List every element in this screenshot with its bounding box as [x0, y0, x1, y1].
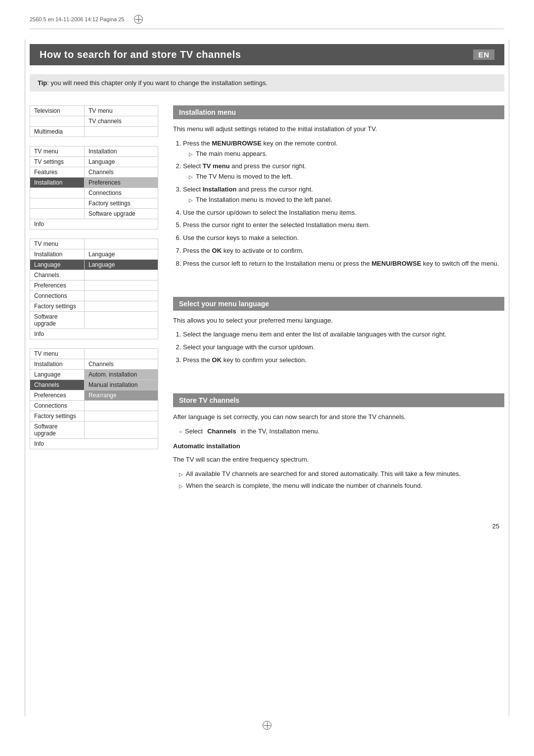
panel-row-tvchannels: TV channels — [30, 116, 158, 127]
menu4-lc-2: Preferences — [30, 390, 85, 400]
menu3-row-1: Channels — [30, 270, 158, 280]
menu3-lc-2: Preferences — [30, 281, 85, 290]
step-2: Select TV menu and press the cursor righ… — [183, 161, 504, 182]
menu4-row-5: Software upgrade — [30, 421, 158, 438]
auto-install-text: The TV will scan the entire frequency sp… — [173, 455, 504, 465]
step-1-sub: The main menu appears. — [183, 149, 504, 159]
step-5: Press the cursor right to enter the sele… — [183, 220, 504, 231]
menu3-sub-left: Installation — [30, 249, 85, 259]
right-column: Installation menu This menu will adjust … — [173, 105, 504, 503]
panel-cell-tvmenu: TV menu — [85, 106, 158, 116]
menu2-rc-2: Preferences — [85, 178, 158, 188]
step-3-sub: The Installation menu is moved to the le… — [183, 195, 504, 205]
menu2-rc-0: Language — [85, 157, 158, 167]
menu4-sub-right: Channels — [85, 359, 158, 369]
select-language-content: This allows you to select your preferred… — [173, 316, 504, 366]
menu3-header-right — [85, 239, 158, 249]
menu2-rc-3: Connections — [85, 188, 158, 198]
main-layout: Television TV menu TV channels Multimedi… — [30, 105, 504, 503]
menu3-lc-3: Connections — [30, 291, 85, 301]
page-number: 25 — [30, 522, 504, 530]
header-meta: 2560.5 en 14-11-2006 14:12 Pagina 25 — [30, 15, 504, 24]
menu3-lc-5: Software upgrade — [30, 312, 85, 329]
lang-step-2: Select your language with the cursor up/… — [183, 342, 504, 353]
panel-cell-television: Television — [30, 106, 85, 116]
step-6: Use the cursor keys to make a selection. — [183, 233, 504, 243]
left-margin-rule — [25, 40, 25, 716]
menu4-row-3: Connections — [30, 400, 158, 411]
menu4-rc-0: Autom. installation — [85, 370, 158, 379]
menu2-row-1: Features Channels — [30, 167, 158, 177]
step-2-sub: The TV Menu is moved to the left. — [183, 172, 504, 182]
menu3-footer: Info — [30, 329, 158, 339]
menu3-row-2: Preferences — [30, 280, 158, 290]
crosshair-bottom-circle — [263, 721, 271, 730]
menu2-rc-4: Factory settings — [85, 198, 158, 208]
step-4: Use the cursor up/down to select the Ins… — [183, 208, 504, 218]
menu3-sub-right: Language — [85, 249, 158, 259]
installation-menu-steps: Press the MENU/BROWSE key on the remote … — [173, 139, 504, 269]
installation-menu-content: This menu will adjust settings related t… — [173, 124, 504, 269]
menu3-rc-4 — [85, 301, 158, 311]
store-channels-header: Store TV channels — [173, 393, 504, 407]
menu2-rc-1: Channels — [85, 167, 158, 177]
store-channels-circle: Select Channels in the TV, Installation … — [173, 426, 504, 437]
menu2-row-0: TV settings Language — [30, 156, 158, 167]
menu4-lc-1: Channels — [30, 380, 85, 390]
step-8: Press the cursor left to return to the I… — [183, 259, 504, 269]
menu3-row-4: Factory settings — [30, 301, 158, 311]
menu4-row-4: Factory settings — [30, 411, 158, 421]
meta-text: 2560.5 en 14-11-2006 14:12 Pagina 25 — [30, 16, 124, 22]
menu2-row-5: Software upgrade — [30, 208, 158, 219]
left-column: Television TV menu TV channels Multimedi… — [30, 105, 158, 449]
menu4-row-1: Channels Manual installation — [30, 379, 158, 390]
menu3-rc-0: Language — [85, 260, 158, 270]
menu3-row-0: Language Language — [30, 259, 158, 270]
select-language-section: Select your menu language This allows yo… — [173, 297, 504, 370]
page-title: How to search for and store TV channels — [40, 49, 241, 60]
menu2-rc-5: Software upgrade — [85, 209, 158, 219]
menu4-lc-0: Language — [30, 370, 85, 379]
step-7: Press the OK key to activate or to confi… — [183, 246, 504, 256]
menu3-rc-1 — [85, 270, 158, 280]
menu-panel-3: TV menu Installation Language Language L… — [30, 238, 158, 339]
installation-menu-intro: This menu will adjust settings related t… — [173, 124, 504, 135]
menu2-row-3: Connections — [30, 188, 158, 198]
menu3-lc-0: Language — [30, 260, 85, 270]
menu4-rc-5 — [85, 422, 158, 438]
panel-cell-empty2 — [85, 127, 158, 137]
menu2-footer: Info — [30, 219, 158, 229]
auto-install-bullet-1: All available TV channels are searched f… — [173, 469, 504, 479]
menu-panel-4: TV menu Installation Channels Language A… — [30, 348, 158, 449]
panel-cell-empty1 — [30, 116, 85, 126]
menu4-rc-3 — [85, 401, 158, 411]
auto-install-title: Automatic installation — [173, 441, 504, 452]
lang-step-3: Press the OK key to confirm your selecti… — [183, 355, 504, 366]
menu2-lc-0: TV settings — [30, 157, 85, 167]
menu4-rc-1: Manual installation — [85, 380, 158, 390]
menu3-rc-3 — [85, 291, 158, 301]
menu2-row-4: Factory settings — [30, 198, 158, 208]
menu4-lc-4: Factory settings — [30, 411, 85, 421]
menu4-rc-4 — [85, 411, 158, 421]
menu2-header-right: Installation — [85, 146, 158, 156]
menu4-footer: Info — [30, 438, 158, 449]
menu3-row-3: Connections — [30, 290, 158, 301]
menu3-header-left: TV menu — [30, 239, 85, 249]
menu4-header: TV menu — [30, 349, 158, 359]
menu4-lc-5: Software upgrade — [30, 422, 85, 438]
menu-panel-1: Television TV menu TV channels Multimedi… — [30, 105, 158, 137]
menu4-rc-2: Rearrange — [85, 390, 158, 400]
menu-panel-2: TV menu Installation TV settings Languag… — [30, 146, 158, 230]
menu2-lc-5 — [30, 209, 85, 219]
auto-install-bullet-2: When the search is complete, the menu wi… — [173, 481, 504, 491]
lang-step-1: Select the language menu item and enter … — [183, 330, 504, 340]
installation-menu-header: Installation menu — [173, 105, 504, 119]
tip-text: : you will need this chapter only if you… — [47, 79, 267, 87]
menu3-row-5: Software upgrade — [30, 311, 158, 329]
menu4-lc-3: Connections — [30, 401, 85, 411]
panel-cell-tvchannels: TV channels — [85, 116, 158, 126]
menu3-lc-4: Factory settings — [30, 301, 85, 311]
step-1: Press the MENU/BROWSE key on the remote … — [183, 139, 504, 159]
select-language-intro: This allows you to select your preferred… — [173, 316, 504, 326]
